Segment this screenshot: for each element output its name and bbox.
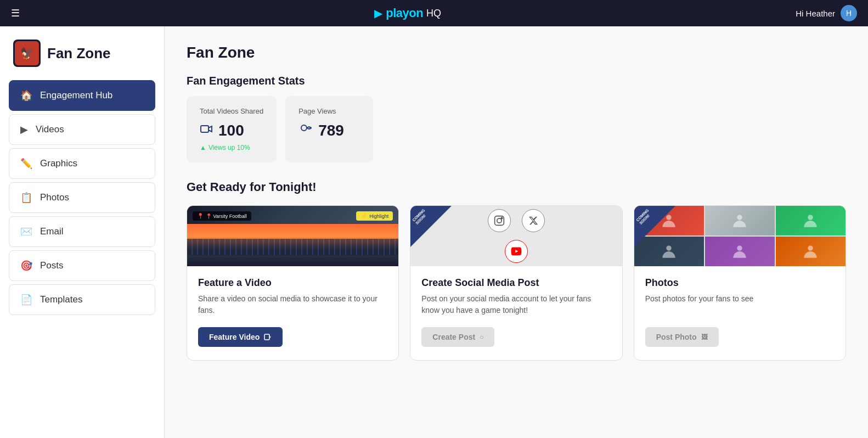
- cards-row: 📍 📍 Varsity Football ⚡ Highlight Feature…: [187, 205, 846, 361]
- photos-card-desc: Post photos for your fans to see: [645, 293, 835, 316]
- stat-number-pageviews: 789: [318, 122, 344, 139]
- player-silhouette-5: [732, 244, 747, 259]
- stats-cards: Total Videos Shared 100 ▲ Views up 10%: [187, 96, 846, 162]
- svg-marker-4: [269, 336, 271, 338]
- brand-logo-inner: 🦅: [15, 41, 39, 65]
- avatar[interactable]: H: [841, 5, 857, 21]
- feature-video-card: 📍 📍 Varsity Football ⚡ Highlight Feature…: [187, 205, 399, 361]
- post-card-body: Create Social Media Post Post on your so…: [410, 266, 622, 360]
- video-stat-icon: [200, 122, 213, 139]
- stat-number-videos: 100: [218, 122, 244, 139]
- photos-grid-wrapper: COMINGSOON!: [634, 206, 846, 266]
- photos-card-heading: Photos: [645, 277, 835, 289]
- coming-soon-triangle: [410, 206, 452, 247]
- social-icons-row: [488, 209, 545, 232]
- nav-right: Hi Heather H: [796, 5, 857, 21]
- post-photo-button[interactable]: Post Photo 🖼: [645, 327, 719, 347]
- stat-sub-videos: ▲ Views up 10%: [200, 144, 263, 151]
- hamburger-icon[interactable]: ☰: [11, 7, 20, 19]
- brand-name: Fan Zone: [47, 45, 111, 62]
- video-card-media: 📍 📍 Varsity Football ⚡ Highlight: [187, 206, 398, 266]
- photos-card-actions: Post Photo 🖼: [645, 327, 835, 347]
- sidebar-label-templates: Templates: [40, 294, 82, 305]
- brand-logo: 🦅: [13, 40, 41, 67]
- photo-thumb-5: [705, 237, 775, 266]
- post-photo-button-icon: 🖼: [701, 333, 708, 341]
- x-twitter-icon: [522, 209, 545, 232]
- sidebar-label-graphics: Graphics: [40, 158, 77, 169]
- stat-value-row-pageviews: 789: [298, 122, 360, 139]
- svg-point-1: [301, 125, 307, 131]
- video-icon: ▶: [20, 123, 28, 136]
- logo-arrow-icon: ▶: [374, 7, 382, 20]
- sidebar-label-email: Email: [40, 226, 64, 237]
- ready-section: Get Ready for Tonight! 📍 📍 Varsity Footb…: [187, 180, 846, 361]
- video-card-body: Feature a Video Share a video on social …: [187, 266, 398, 360]
- photos-card: COMINGSOON! Photos Post photos for your …: [634, 205, 846, 361]
- feature-video-button[interactable]: Feature Video: [198, 327, 283, 347]
- photos-card-body: Photos Post photos for your fans to see …: [634, 266, 846, 360]
- feature-video-button-label: Feature Video: [209, 333, 260, 341]
- social-card-media: COMINGSOON!: [410, 206, 622, 266]
- svg-point-6: [497, 218, 501, 223]
- sidebar-item-graphics[interactable]: ✏️ Graphics: [9, 148, 155, 179]
- sidebar-label-photos: Photos: [40, 192, 69, 203]
- nav-left: ☰: [11, 7, 20, 19]
- svg-rect-0: [201, 126, 208, 132]
- post-card-heading: Create Social Media Post: [421, 277, 611, 289]
- stats-title: Fan Engagement Stats: [187, 75, 846, 87]
- stat-label-videos: Total Videos Shared: [200, 107, 263, 115]
- video-card-heading: Feature a Video: [198, 277, 387, 289]
- highlight-tag: ⚡ Highlight: [356, 211, 393, 221]
- logo-hq-text: HQ: [426, 8, 441, 19]
- sidebar-item-engagement-hub[interactable]: 🏠 Engagement Hub: [9, 80, 155, 111]
- top-navigation: ☰ ▶ playon HQ Hi Heather H: [0, 0, 868, 26]
- sidebar: 🦅 Fan Zone 🏠 Engagement Hub ▶ Videos ✏️ …: [0, 26, 165, 438]
- email-icon: ✉️: [20, 226, 32, 238]
- svg-point-10: [808, 215, 813, 220]
- graphics-icon: ✏️: [20, 158, 32, 170]
- stat-value-row-videos: 100: [200, 122, 263, 139]
- post-photo-button-label: Post Photo: [656, 333, 697, 341]
- sidebar-item-email[interactable]: ✉️ Email: [9, 216, 155, 247]
- posts-icon: 🎯: [20, 260, 32, 272]
- stadium-scene: [187, 224, 398, 266]
- post-card-desc: Post on your social media account to let…: [421, 293, 611, 316]
- home-icon: 🏠: [20, 89, 32, 102]
- svg-point-9: [737, 215, 742, 220]
- stadium-lights: [187, 239, 398, 255]
- stat-label-pageviews: Page Views: [298, 107, 360, 115]
- brand-header: 🦅 Fan Zone: [9, 40, 155, 67]
- logo-playon-text: playon: [386, 6, 423, 20]
- svg-point-7: [501, 217, 503, 219]
- photo-thumb-6: [776, 237, 846, 266]
- create-post-button-label: Create Post: [432, 333, 475, 341]
- templates-icon: 📄: [20, 294, 32, 306]
- photos-icon: 📋: [20, 192, 32, 204]
- svg-point-13: [808, 246, 813, 251]
- sidebar-label-posts: Posts: [40, 260, 64, 271]
- ready-title: Get Ready for Tonight!: [187, 180, 846, 194]
- photo-thumb-2: [705, 206, 775, 235]
- sidebar-item-videos[interactable]: ▶ Videos: [9, 114, 155, 145]
- sidebar-item-photos[interactable]: 📋 Photos: [9, 182, 155, 213]
- photo-thumb-3: [776, 206, 846, 235]
- sidebar-item-templates[interactable]: 📄 Templates: [9, 284, 155, 315]
- sidebar-label-videos: Videos: [36, 124, 64, 135]
- sidebar-item-posts[interactable]: 🎯 Posts: [9, 250, 155, 281]
- instagram-icon: [488, 209, 511, 232]
- youtube-icon: [505, 240, 528, 263]
- create-post-card: COMINGSOON!: [410, 205, 622, 361]
- video-thumbnail: 📍 📍 Varsity Football ⚡ Highlight: [187, 206, 398, 266]
- page-wrapper: 🦅 Fan Zone 🏠 Engagement Hub ▶ Videos ✏️ …: [0, 0, 868, 438]
- svg-point-12: [737, 246, 742, 251]
- social-icons-container: COMINGSOON!: [410, 206, 622, 266]
- main-content: Fan Zone Fan Engagement Stats Total Vide…: [165, 26, 868, 438]
- logo-area: ▶ playon HQ: [374, 6, 441, 20]
- video-card-actions: Feature Video: [198, 327, 387, 347]
- player-silhouette-2: [732, 213, 747, 228]
- create-post-button[interactable]: Create Post ○: [421, 327, 494, 347]
- player-silhouette-3: [803, 213, 818, 228]
- pageview-stat-icon: [298, 122, 313, 139]
- player-silhouette-6: [803, 244, 818, 259]
